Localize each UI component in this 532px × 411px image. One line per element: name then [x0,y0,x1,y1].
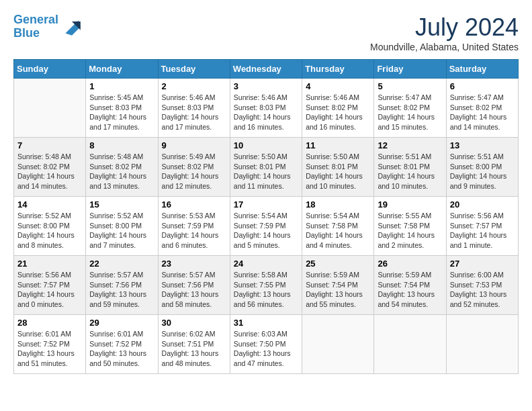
day-info: Sunrise: 5:52 AMSunset: 8:00 PMDaylight:… [89,211,154,250]
title-block: July 2024 Moundville, Alabama, United St… [370,13,519,52]
calendar-cell: 29Sunrise: 6:01 AMSunset: 7:52 PMDayligh… [86,315,158,374]
calendar-header-row: SundayMondayTuesdayWednesdayThursdayFrid… [14,60,519,79]
calendar-cell: 19Sunrise: 5:55 AMSunset: 7:58 PMDayligh… [374,197,446,256]
calendar-week-row: 1Sunrise: 5:45 AMSunset: 8:03 PMDaylight… [14,79,519,138]
day-number: 11 [306,140,370,150]
day-number: 9 [162,140,226,150]
day-number: 24 [234,259,298,269]
day-number: 21 [17,259,82,269]
day-number: 2 [162,81,226,91]
col-header-thursday: Thursday [302,60,374,79]
logo-icon [61,16,83,38]
day-number: 18 [306,199,370,210]
calendar-cell: 14Sunrise: 5:52 AMSunset: 8:00 PMDayligh… [14,197,86,256]
calendar-cell: 9Sunrise: 5:49 AMSunset: 8:02 PMDaylight… [158,138,230,197]
day-number: 10 [234,140,298,150]
day-number: 28 [17,318,82,328]
calendar-cell: 8Sunrise: 5:48 AMSunset: 8:02 PMDaylight… [86,138,158,197]
day-number: 6 [450,81,515,91]
day-number: 26 [378,259,442,269]
calendar-cell: 3Sunrise: 5:46 AMSunset: 8:03 PMDaylight… [230,79,302,138]
calendar-cell: 6Sunrise: 5:47 AMSunset: 8:02 PMDaylight… [446,79,518,138]
calendar-cell: 2Sunrise: 5:46 AMSunset: 8:03 PMDaylight… [158,79,230,138]
day-info: Sunrise: 6:00 AMSunset: 7:53 PMDaylight:… [450,270,515,310]
col-header-sunday: Sunday [14,60,86,79]
calendar-cell: 7Sunrise: 5:48 AMSunset: 8:02 PMDaylight… [14,138,86,197]
location-subtitle: Moundville, Alabama, United States [370,42,519,52]
day-info: Sunrise: 5:46 AMSunset: 8:02 PMDaylight:… [306,93,370,132]
day-info: Sunrise: 5:56 AMSunset: 7:57 PMDaylight:… [17,270,82,310]
calendar-cell: 12Sunrise: 5:51 AMSunset: 8:01 PMDayligh… [374,138,446,197]
day-info: Sunrise: 5:46 AMSunset: 8:03 PMDaylight:… [162,93,226,132]
calendar-week-row: 28Sunrise: 6:01 AMSunset: 7:52 PMDayligh… [14,315,519,374]
day-number: 19 [378,199,442,210]
calendar-cell: 24Sunrise: 5:58 AMSunset: 7:55 PMDayligh… [230,256,302,315]
calendar-cell: 23Sunrise: 5:57 AMSunset: 7:56 PMDayligh… [158,256,230,315]
day-number: 25 [306,259,370,269]
calendar-week-row: 14Sunrise: 5:52 AMSunset: 8:00 PMDayligh… [14,197,519,256]
calendar-week-row: 21Sunrise: 5:56 AMSunset: 7:57 PMDayligh… [14,256,519,315]
day-info: Sunrise: 5:46 AMSunset: 8:03 PMDaylight:… [234,93,298,132]
day-info: Sunrise: 5:54 AMSunset: 7:58 PMDaylight:… [306,211,370,250]
day-number: 30 [162,318,226,328]
calendar-cell: 1Sunrise: 5:45 AMSunset: 8:03 PMDaylight… [86,79,158,138]
calendar-cell: 28Sunrise: 6:01 AMSunset: 7:52 PMDayligh… [14,315,86,374]
day-info: Sunrise: 6:02 AMSunset: 7:51 PMDaylight:… [162,329,226,369]
calendar-cell: 10Sunrise: 5:50 AMSunset: 8:01 PMDayligh… [230,138,302,197]
day-info: Sunrise: 5:48 AMSunset: 8:02 PMDaylight:… [17,152,82,191]
calendar-cell: 5Sunrise: 5:47 AMSunset: 8:02 PMDaylight… [374,79,446,138]
day-info: Sunrise: 5:47 AMSunset: 8:02 PMDaylight:… [450,93,515,132]
calendar-cell [446,315,518,374]
page-header: General Blue July 2024 Moundville, Alaba… [13,13,519,52]
calendar-cell: 4Sunrise: 5:46 AMSunset: 8:02 PMDaylight… [302,79,374,138]
day-number: 1 [89,81,154,91]
day-number: 31 [234,318,298,328]
day-number: 3 [234,81,298,91]
day-number: 17 [234,199,298,210]
calendar-week-row: 7Sunrise: 5:48 AMSunset: 8:02 PMDaylight… [14,138,519,197]
day-number: 8 [89,140,154,150]
col-header-tuesday: Tuesday [158,60,230,79]
calendar-cell: 25Sunrise: 5:59 AMSunset: 7:54 PMDayligh… [302,256,374,315]
calendar-cell: 22Sunrise: 5:57 AMSunset: 7:56 PMDayligh… [86,256,158,315]
calendar-cell: 26Sunrise: 5:59 AMSunset: 7:54 PMDayligh… [374,256,446,315]
calendar-cell: 20Sunrise: 5:56 AMSunset: 7:57 PMDayligh… [446,197,518,256]
day-info: Sunrise: 5:47 AMSunset: 8:02 PMDaylight:… [378,93,442,132]
calendar-cell [14,79,86,138]
day-info: Sunrise: 5:51 AMSunset: 8:01 PMDaylight:… [378,152,442,191]
day-info: Sunrise: 5:58 AMSunset: 7:55 PMDaylight:… [234,270,298,310]
day-info: Sunrise: 5:52 AMSunset: 8:00 PMDaylight:… [17,211,82,250]
day-number: 22 [89,259,154,269]
day-number: 14 [17,199,82,210]
col-header-monday: Monday [86,60,158,79]
month-year-title: July 2024 [370,13,519,42]
day-info: Sunrise: 6:01 AMSunset: 7:52 PMDaylight:… [89,329,154,369]
calendar-cell: 16Sunrise: 5:53 AMSunset: 7:59 PMDayligh… [158,197,230,256]
day-info: Sunrise: 5:45 AMSunset: 8:03 PMDaylight:… [89,93,154,132]
day-number: 7 [17,140,82,150]
calendar-cell: 27Sunrise: 6:00 AMSunset: 7:53 PMDayligh… [446,256,518,315]
day-number: 12 [378,140,442,150]
day-info: Sunrise: 5:51 AMSunset: 8:00 PMDaylight:… [450,152,515,191]
day-info: Sunrise: 5:55 AMSunset: 7:58 PMDaylight:… [378,211,442,250]
calendar-cell: 18Sunrise: 5:54 AMSunset: 7:58 PMDayligh… [302,197,374,256]
calendar-cell [302,315,374,374]
calendar-cell: 30Sunrise: 6:02 AMSunset: 7:51 PMDayligh… [158,315,230,374]
day-number: 29 [89,318,154,328]
calendar-cell: 31Sunrise: 6:03 AMSunset: 7:50 PMDayligh… [230,315,302,374]
day-info: Sunrise: 5:59 AMSunset: 7:54 PMDaylight:… [378,270,442,310]
day-number: 16 [162,199,226,210]
day-number: 5 [378,81,442,91]
col-header-wednesday: Wednesday [230,60,302,79]
day-info: Sunrise: 5:48 AMSunset: 8:02 PMDaylight:… [89,152,154,191]
logo-line1: General [13,13,58,26]
day-number: 13 [450,140,515,150]
day-number: 20 [450,199,515,210]
day-info: Sunrise: 5:50 AMSunset: 8:01 PMDaylight:… [306,152,370,191]
day-number: 27 [450,259,515,269]
calendar-table: SundayMondayTuesdayWednesdayThursdayFrid… [13,59,519,374]
day-info: Sunrise: 5:53 AMSunset: 7:59 PMDaylight:… [162,211,226,250]
day-number: 15 [89,199,154,210]
day-info: Sunrise: 5:50 AMSunset: 8:01 PMDaylight:… [234,152,298,191]
calendar-cell: 11Sunrise: 5:50 AMSunset: 8:01 PMDayligh… [302,138,374,197]
